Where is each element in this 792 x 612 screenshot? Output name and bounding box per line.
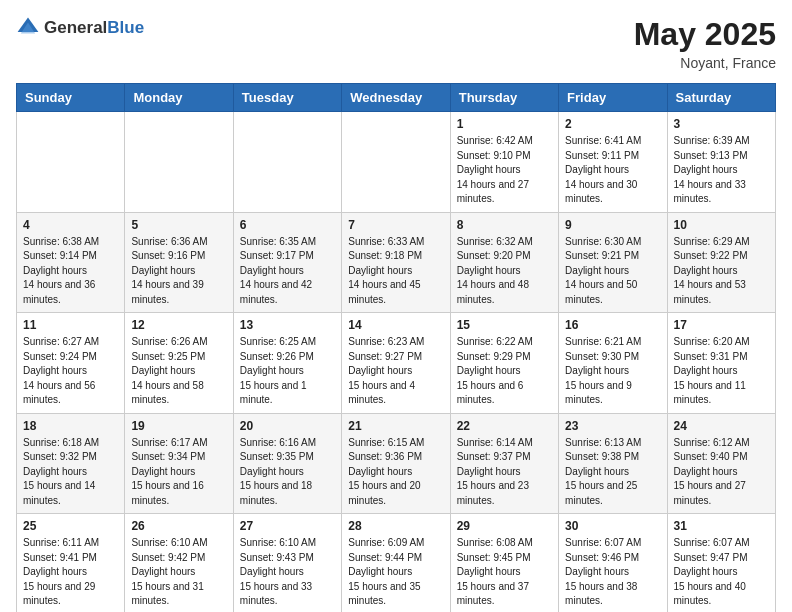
weekday-header-thursday: Thursday (450, 84, 558, 112)
calendar-table: SundayMondayTuesdayWednesdayThursdayFrid… (16, 83, 776, 612)
calendar-cell: 2Sunrise: 6:41 AMSunset: 9:11 PMDaylight… (559, 112, 667, 213)
day-info: Sunrise: 6:15 AMSunset: 9:36 PMDaylight … (348, 436, 443, 509)
day-number: 9 (565, 218, 660, 232)
day-info: Sunrise: 6:23 AMSunset: 9:27 PMDaylight … (348, 335, 443, 408)
logo-icon (16, 16, 40, 40)
calendar-cell: 27Sunrise: 6:10 AMSunset: 9:43 PMDayligh… (233, 514, 341, 613)
day-info: Sunrise: 6:38 AMSunset: 9:14 PMDaylight … (23, 235, 118, 308)
day-number: 28 (348, 519, 443, 533)
weekday-header-tuesday: Tuesday (233, 84, 341, 112)
day-info: Sunrise: 6:21 AMSunset: 9:30 PMDaylight … (565, 335, 660, 408)
calendar-cell: 10Sunrise: 6:29 AMSunset: 9:22 PMDayligh… (667, 212, 775, 313)
location-title: Noyant, France (634, 55, 776, 71)
weekday-header-sunday: Sunday (17, 84, 125, 112)
calendar-cell: 26Sunrise: 6:10 AMSunset: 9:42 PMDayligh… (125, 514, 233, 613)
day-number: 12 (131, 318, 226, 332)
calendar-cell: 14Sunrise: 6:23 AMSunset: 9:27 PMDayligh… (342, 313, 450, 414)
day-number: 18 (23, 419, 118, 433)
calendar-cell (17, 112, 125, 213)
day-number: 13 (240, 318, 335, 332)
calendar-cell: 18Sunrise: 6:18 AMSunset: 9:32 PMDayligh… (17, 413, 125, 514)
weekday-header-friday: Friday (559, 84, 667, 112)
calendar-cell: 28Sunrise: 6:09 AMSunset: 9:44 PMDayligh… (342, 514, 450, 613)
day-number: 19 (131, 419, 226, 433)
calendar-cell: 4Sunrise: 6:38 AMSunset: 9:14 PMDaylight… (17, 212, 125, 313)
day-number: 14 (348, 318, 443, 332)
title-section: May 2025 Noyant, France (634, 16, 776, 71)
calendar-cell: 16Sunrise: 6:21 AMSunset: 9:30 PMDayligh… (559, 313, 667, 414)
calendar-cell: 3Sunrise: 6:39 AMSunset: 9:13 PMDaylight… (667, 112, 775, 213)
day-info: Sunrise: 6:16 AMSunset: 9:35 PMDaylight … (240, 436, 335, 509)
day-number: 25 (23, 519, 118, 533)
day-info: Sunrise: 6:14 AMSunset: 9:37 PMDaylight … (457, 436, 552, 509)
calendar-cell: 24Sunrise: 6:12 AMSunset: 9:40 PMDayligh… (667, 413, 775, 514)
calendar-cell (342, 112, 450, 213)
day-info: Sunrise: 6:10 AMSunset: 9:43 PMDaylight … (240, 536, 335, 609)
calendar-cell (125, 112, 233, 213)
calendar-cell: 8Sunrise: 6:32 AMSunset: 9:20 PMDaylight… (450, 212, 558, 313)
calendar-cell: 9Sunrise: 6:30 AMSunset: 9:21 PMDaylight… (559, 212, 667, 313)
calendar-cell: 6Sunrise: 6:35 AMSunset: 9:17 PMDaylight… (233, 212, 341, 313)
calendar-cell: 25Sunrise: 6:11 AMSunset: 9:41 PMDayligh… (17, 514, 125, 613)
logo: GeneralBlue (16, 16, 144, 40)
day-info: Sunrise: 6:09 AMSunset: 9:44 PMDaylight … (348, 536, 443, 609)
calendar-cell: 1Sunrise: 6:42 AMSunset: 9:10 PMDaylight… (450, 112, 558, 213)
day-number: 27 (240, 519, 335, 533)
calendar-cell (233, 112, 341, 213)
day-number: 24 (674, 419, 769, 433)
day-info: Sunrise: 6:11 AMSunset: 9:41 PMDaylight … (23, 536, 118, 609)
day-number: 31 (674, 519, 769, 533)
calendar-cell: 29Sunrise: 6:08 AMSunset: 9:45 PMDayligh… (450, 514, 558, 613)
day-info: Sunrise: 6:07 AMSunset: 9:47 PMDaylight … (674, 536, 769, 609)
day-number: 10 (674, 218, 769, 232)
weekday-header-row: SundayMondayTuesdayWednesdayThursdayFrid… (17, 84, 776, 112)
calendar-cell: 30Sunrise: 6:07 AMSunset: 9:46 PMDayligh… (559, 514, 667, 613)
day-info: Sunrise: 6:08 AMSunset: 9:45 PMDaylight … (457, 536, 552, 609)
day-info: Sunrise: 6:39 AMSunset: 9:13 PMDaylight … (674, 134, 769, 207)
day-info: Sunrise: 6:17 AMSunset: 9:34 PMDaylight … (131, 436, 226, 509)
logo-text-blue: Blue (107, 18, 144, 37)
day-number: 30 (565, 519, 660, 533)
calendar-week-row: 4Sunrise: 6:38 AMSunset: 9:14 PMDaylight… (17, 212, 776, 313)
day-number: 6 (240, 218, 335, 232)
calendar-week-row: 11Sunrise: 6:27 AMSunset: 9:24 PMDayligh… (17, 313, 776, 414)
calendar-cell: 20Sunrise: 6:16 AMSunset: 9:35 PMDayligh… (233, 413, 341, 514)
day-number: 17 (674, 318, 769, 332)
day-number: 15 (457, 318, 552, 332)
day-info: Sunrise: 6:22 AMSunset: 9:29 PMDaylight … (457, 335, 552, 408)
calendar-week-row: 1Sunrise: 6:42 AMSunset: 9:10 PMDaylight… (17, 112, 776, 213)
calendar-cell: 11Sunrise: 6:27 AMSunset: 9:24 PMDayligh… (17, 313, 125, 414)
day-info: Sunrise: 6:25 AMSunset: 9:26 PMDaylight … (240, 335, 335, 408)
calendar-week-row: 25Sunrise: 6:11 AMSunset: 9:41 PMDayligh… (17, 514, 776, 613)
calendar-cell: 21Sunrise: 6:15 AMSunset: 9:36 PMDayligh… (342, 413, 450, 514)
day-info: Sunrise: 6:13 AMSunset: 9:38 PMDaylight … (565, 436, 660, 509)
month-year-title: May 2025 (634, 16, 776, 53)
calendar-cell: 22Sunrise: 6:14 AMSunset: 9:37 PMDayligh… (450, 413, 558, 514)
day-info: Sunrise: 6:20 AMSunset: 9:31 PMDaylight … (674, 335, 769, 408)
day-number: 2 (565, 117, 660, 131)
calendar-cell: 13Sunrise: 6:25 AMSunset: 9:26 PMDayligh… (233, 313, 341, 414)
day-info: Sunrise: 6:32 AMSunset: 9:20 PMDaylight … (457, 235, 552, 308)
calendar-header: SundayMondayTuesdayWednesdayThursdayFrid… (17, 84, 776, 112)
day-info: Sunrise: 6:42 AMSunset: 9:10 PMDaylight … (457, 134, 552, 207)
day-info: Sunrise: 6:29 AMSunset: 9:22 PMDaylight … (674, 235, 769, 308)
day-number: 22 (457, 419, 552, 433)
day-number: 21 (348, 419, 443, 433)
day-info: Sunrise: 6:33 AMSunset: 9:18 PMDaylight … (348, 235, 443, 308)
day-number: 20 (240, 419, 335, 433)
day-info: Sunrise: 6:26 AMSunset: 9:25 PMDaylight … (131, 335, 226, 408)
day-number: 4 (23, 218, 118, 232)
logo-text-general: General (44, 18, 107, 37)
day-number: 7 (348, 218, 443, 232)
calendar-week-row: 18Sunrise: 6:18 AMSunset: 9:32 PMDayligh… (17, 413, 776, 514)
day-number: 16 (565, 318, 660, 332)
calendar-cell: 12Sunrise: 6:26 AMSunset: 9:25 PMDayligh… (125, 313, 233, 414)
day-number: 8 (457, 218, 552, 232)
day-number: 1 (457, 117, 552, 131)
day-info: Sunrise: 6:30 AMSunset: 9:21 PMDaylight … (565, 235, 660, 308)
calendar-cell: 7Sunrise: 6:33 AMSunset: 9:18 PMDaylight… (342, 212, 450, 313)
day-number: 11 (23, 318, 118, 332)
calendar-body: 1Sunrise: 6:42 AMSunset: 9:10 PMDaylight… (17, 112, 776, 613)
day-number: 26 (131, 519, 226, 533)
calendar-cell: 19Sunrise: 6:17 AMSunset: 9:34 PMDayligh… (125, 413, 233, 514)
